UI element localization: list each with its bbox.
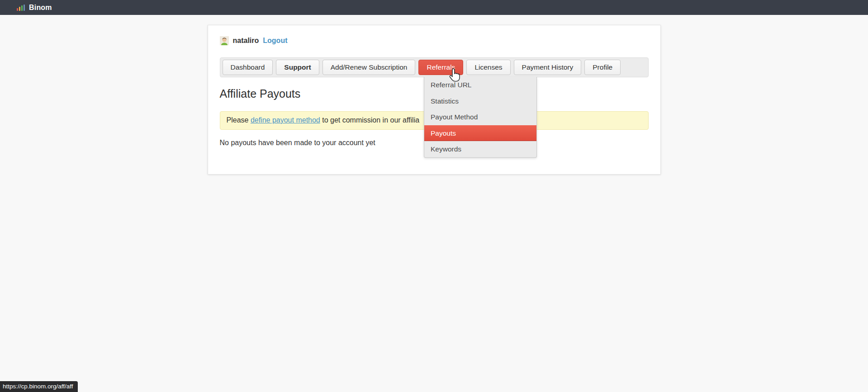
define-payout-method-link[interactable]: define payout method: [251, 116, 320, 124]
menu-item-statistics[interactable]: Statistics: [424, 93, 536, 109]
menu-item-keywords[interactable]: Keywords: [424, 141, 536, 157]
nav-button-referrals[interactable]: Referrals: [418, 60, 463, 75]
username: nataliro: [233, 37, 259, 45]
nav-button-dashboard[interactable]: Dashboard: [223, 60, 273, 75]
nav-button-payment-history[interactable]: Payment History: [514, 60, 582, 75]
menu-item-payout-method[interactable]: Payout Method: [424, 109, 536, 125]
user-row: nataliro Logout: [220, 36, 649, 45]
status-url-tooltip: https://cp.binom.org/aff/aff: [0, 381, 78, 392]
logout-link[interactable]: Logout: [263, 37, 287, 45]
menu-item-referral-url[interactable]: Referral URL: [424, 77, 536, 93]
bar-chart-logo-icon: [17, 5, 25, 11]
notice-text-prefix: Please: [227, 116, 251, 124]
nav-button-profile[interactable]: Profile: [584, 60, 621, 75]
menu-item-payouts[interactable]: Payouts: [424, 125, 536, 142]
brand-title[interactable]: Binom: [29, 4, 52, 12]
notice-text-suffix: to get commission in our affilia: [320, 116, 419, 124]
nav-button-support[interactable]: Support: [276, 60, 319, 75]
nav-button-licenses[interactable]: Licenses: [466, 60, 510, 75]
topbar: Binom: [0, 0, 868, 15]
user-avatar-icon: [220, 36, 229, 45]
referrals-dropdown-menu: Referral URL Statistics Payout Method Pa…: [424, 77, 537, 158]
nav-button-add-renew-subscription[interactable]: Add/Renew Subscription: [323, 60, 416, 75]
main-nav: Dashboard Support Add/Renew Subscription…: [220, 57, 649, 77]
